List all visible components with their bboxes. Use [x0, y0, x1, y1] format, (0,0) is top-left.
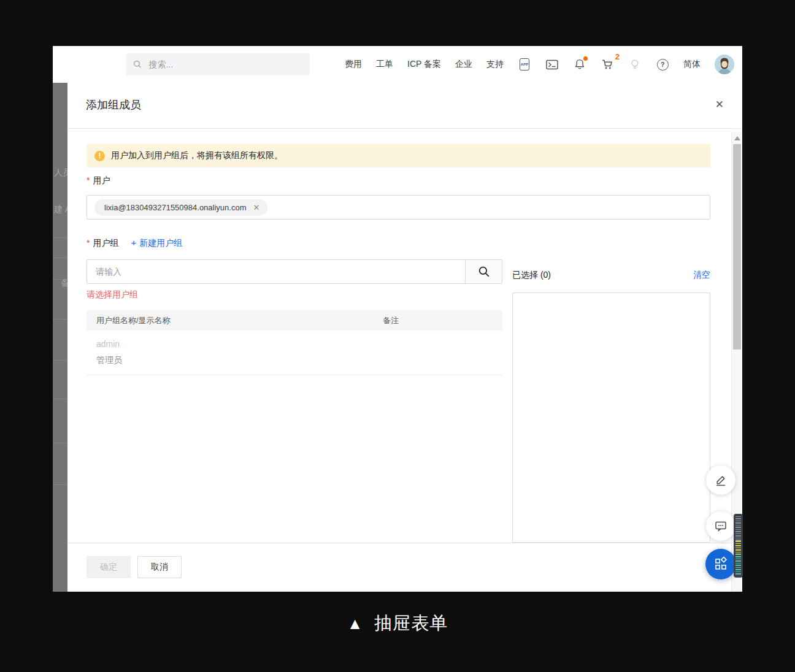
locale-switcher[interactable]: 简体: [683, 59, 701, 70]
triangle-icon: ▲: [347, 616, 363, 632]
close-icon[interactable]: ✕: [715, 99, 724, 110]
top-nav-bar: 费用 工单 ICP 备案 企业 支持 APP: [53, 46, 742, 83]
page-minimap-widget[interactable]: [734, 514, 743, 578]
console-window: 费用 工单 ICP 备案 企业 支持 APP: [53, 46, 742, 592]
nav-support[interactable]: 支持: [486, 59, 504, 70]
plus-icon: +: [131, 237, 136, 248]
notification-dot: [583, 56, 588, 61]
pencil-icon: [714, 473, 728, 487]
global-search-input[interactable]: [147, 59, 302, 70]
permission-alert-banner: ! 用户加入到用户组后，将拥有该组所有权限。: [86, 144, 710, 167]
create-group-link[interactable]: +新建用户组: [131, 237, 182, 249]
scrollbar-thumb[interactable]: [733, 144, 741, 349]
cart-badge: 2: [615, 52, 620, 61]
drawer-title: 添加组成员: [86, 97, 141, 112]
search-icon: [133, 59, 142, 69]
notification-bell-icon[interactable]: [573, 58, 586, 71]
help-icon[interactable]: ?: [656, 58, 669, 71]
grid-icon: [713, 556, 729, 572]
required-mark: *: [86, 238, 90, 248]
cart-icon[interactable]: 2: [601, 58, 614, 71]
cancel-button[interactable]: 取消: [137, 556, 182, 578]
lightbulb-icon[interactable]: [628, 58, 642, 71]
group-search-button[interactable]: [465, 259, 502, 284]
terminal-icon[interactable]: [545, 58, 559, 71]
widget-launcher-button[interactable]: [705, 549, 736, 579]
underlay-fragment: 人员: [54, 167, 67, 178]
dimmed-page-strip: 人员 建 A 备: [53, 83, 67, 592]
remove-tag-icon[interactable]: ✕: [253, 204, 259, 212]
nav-icp[interactable]: ICP 备案: [407, 59, 441, 70]
user-tag: lixia@1830493271550984.onaliyun.com ✕: [94, 199, 267, 216]
col-group-name: 用户组名称/显示名称: [86, 315, 383, 326]
table-row[interactable]: admin 管理员: [86, 330, 502, 375]
required-mark: *: [86, 175, 90, 185]
user-field-label: *用户: [86, 175, 110, 186]
warning-icon: !: [94, 151, 105, 161]
underlay-fragment: 建 A: [54, 204, 67, 215]
add-group-member-drawer: 添加组成员 ✕ ! 用户加入到用户组后，将拥有该组所有权限。 *用户 lixia…: [67, 83, 742, 592]
figure-caption: ▲ 抽屉表单: [0, 611, 795, 636]
feedback-button[interactable]: [706, 465, 735, 495]
screenshot-root: 费用 工单 ICP 备案 企业 支持 APP: [0, 0, 795, 672]
group-search-row: [86, 259, 502, 284]
confirm-button[interactable]: 确定: [86, 556, 131, 578]
group-name: admin: [96, 339, 493, 349]
nav-enterprise[interactable]: 企业: [455, 59, 472, 70]
topbar-right-group: 费用 工单 ICP 备案 企业 支持 APP: [345, 46, 734, 83]
drawer-header: 添加组成员 ✕: [67, 83, 742, 129]
group-validation-error: 请选择用户组: [86, 289, 138, 300]
scrollbar-up-arrow[interactable]: [734, 136, 740, 140]
chat-support-button[interactable]: [706, 511, 735, 541]
user-select-input[interactable]: lixia@1830493271550984.onaliyun.com ✕: [86, 195, 710, 220]
magnifier-icon: [478, 265, 490, 278]
selected-count: (0): [540, 270, 551, 280]
group-search-input[interactable]: [94, 266, 458, 277]
group-field-label-row: *用户组 +新建用户组: [86, 237, 182, 249]
selected-items-box: [512, 292, 710, 543]
footer-divider: [67, 543, 742, 543]
chat-icon: [713, 519, 728, 533]
selected-count-label: 已选择 (0): [512, 270, 551, 281]
user-avatar[interactable]: [715, 55, 734, 74]
nav-billing[interactable]: 费用: [345, 59, 362, 70]
group-display-name: 管理员: [96, 355, 493, 366]
group-search-field[interactable]: [86, 259, 466, 284]
group-table-header: 用户组名称/显示名称 备注: [86, 310, 502, 330]
user-tag-text: lixia@1830493271550984.onaliyun.com: [104, 203, 246, 212]
nav-tickets[interactable]: 工单: [376, 59, 393, 70]
selected-panel-header: 已选择 (0) 清空: [512, 270, 710, 281]
group-table: 用户组名称/显示名称 备注 admin 管理员: [86, 310, 502, 375]
alert-message: 用户加入到用户组后，将拥有该组所有权限。: [111, 150, 283, 161]
global-search-box[interactable]: [126, 53, 310, 75]
caption-text: 抽屉表单: [374, 611, 448, 636]
clear-selection-link[interactable]: 清空: [693, 270, 710, 281]
col-note: 备注: [383, 315, 493, 326]
group-field-label: *用户组: [86, 238, 118, 249]
app-icon[interactable]: APP: [518, 58, 531, 71]
